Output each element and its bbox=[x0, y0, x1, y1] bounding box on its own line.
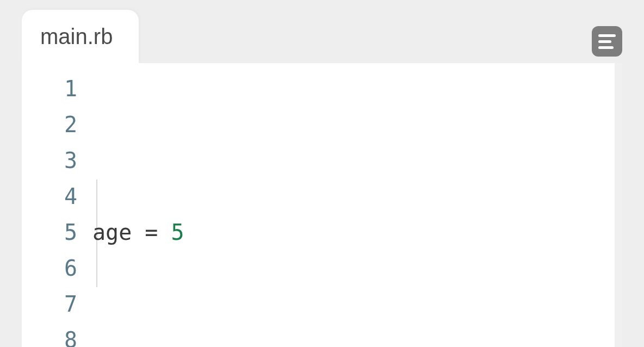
line-number: 4 bbox=[44, 178, 77, 214]
code-area: 1 2 3 4 5 6 7 8 age = 5 if age % 2 == 0 … bbox=[22, 63, 622, 347]
line-number-gutter: 1 2 3 4 5 6 7 8 bbox=[22, 71, 92, 347]
menu-bar bbox=[598, 46, 614, 49]
line-number: 2 bbox=[44, 107, 77, 142]
line-number: 3 bbox=[44, 142, 77, 178]
number-token: 5 bbox=[171, 220, 184, 245]
line-number: 1 bbox=[44, 71, 77, 107]
vertical-scrollbar[interactable] bbox=[615, 63, 622, 347]
identifier-token: age bbox=[92, 220, 132, 245]
editor-page: main.rb 1 2 3 4 5 6 7 8 age = 5 if age %… bbox=[0, 0, 644, 347]
code-content[interactable]: age = 5 if age % 2 == 0 print "age is ev… bbox=[92, 71, 622, 347]
menu-bar bbox=[598, 34, 616, 37]
file-tab[interactable]: main.rb bbox=[22, 10, 139, 63]
operator-token: = bbox=[145, 220, 158, 245]
menu-icon[interactable] bbox=[592, 26, 622, 57]
code-line: age = 5 bbox=[92, 214, 622, 250]
line-number: 5 bbox=[44, 214, 77, 250]
line-number: 6 bbox=[44, 250, 77, 286]
file-tab-label: main.rb bbox=[40, 24, 113, 49]
menu-bar bbox=[598, 40, 611, 43]
line-number: 7 bbox=[44, 286, 77, 322]
code-editor[interactable]: 1 2 3 4 5 6 7 8 age = 5 if age % 2 == 0 … bbox=[22, 63, 622, 347]
line-number: 8 bbox=[44, 322, 77, 347]
